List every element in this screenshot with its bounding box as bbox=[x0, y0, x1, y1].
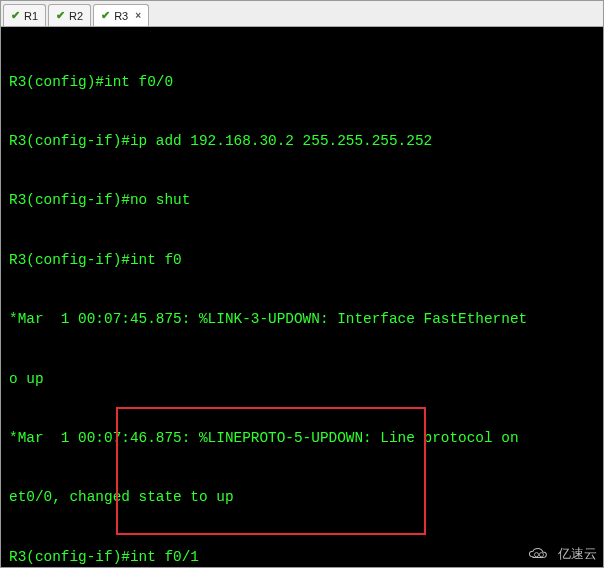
check-icon: ✔ bbox=[11, 9, 20, 22]
check-icon: ✔ bbox=[101, 9, 110, 22]
check-icon: ✔ bbox=[56, 9, 65, 22]
close-icon[interactable]: × bbox=[135, 10, 141, 21]
terminal-line: R3(config-if)#int f0/1 bbox=[9, 548, 597, 567]
terminal-line: o up bbox=[9, 370, 597, 390]
terminal-line: et0/0, changed state to up bbox=[9, 488, 597, 508]
tab-label: R2 bbox=[69, 10, 83, 22]
terminal-line: R3(config-if)#ip add 192.168.30.2 255.25… bbox=[9, 132, 597, 152]
terminal-output[interactable]: R3(config)#int f0/0 R3(config-if)#ip add… bbox=[1, 27, 603, 567]
tab-r3[interactable]: ✔ R3 × bbox=[93, 4, 149, 26]
tab-bar: ✔ R1 ✔ R2 ✔ R3 × bbox=[1, 1, 603, 27]
tab-label: R3 bbox=[114, 10, 128, 22]
tab-r1[interactable]: ✔ R1 bbox=[3, 4, 46, 26]
terminal-line: R3(config-if)#int f0 bbox=[9, 251, 597, 271]
terminal-line: *Mar 1 00:07:46.875: %LINEPROTO-5-UPDOWN… bbox=[9, 429, 597, 449]
tab-label: R1 bbox=[24, 10, 38, 22]
app-window: ✔ R1 ✔ R2 ✔ R3 × R3(config)#int f0/0 R3(… bbox=[0, 0, 604, 568]
terminal-line: R3(config)#int f0/0 bbox=[9, 73, 597, 93]
terminal-line: *Mar 1 00:07:45.875: %LINK-3-UPDOWN: Int… bbox=[9, 310, 597, 330]
tab-r2[interactable]: ✔ R2 bbox=[48, 4, 91, 26]
terminal-line: R3(config-if)#no shut bbox=[9, 191, 597, 211]
